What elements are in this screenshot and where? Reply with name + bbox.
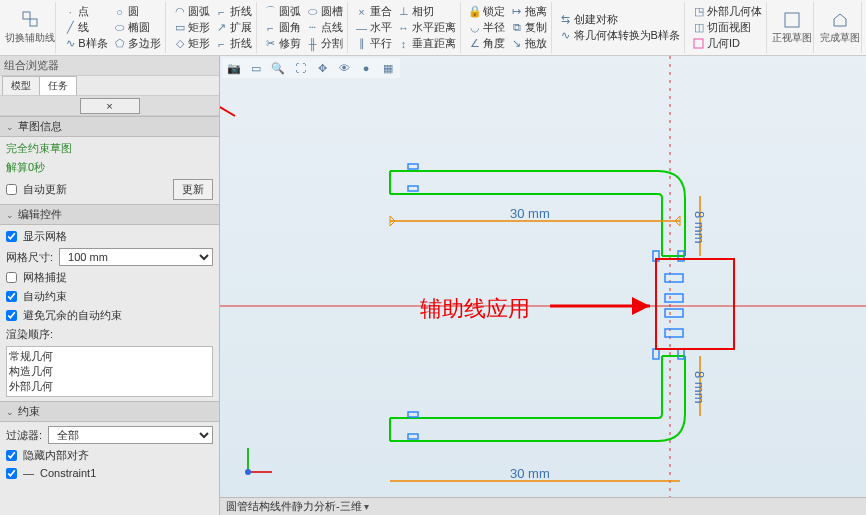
- dashline-tool[interactable]: ┄点线: [307, 20, 343, 35]
- point-icon: ·: [64, 6, 76, 18]
- svg-rect-2: [694, 39, 703, 48]
- close-button[interactable]: ×: [80, 98, 140, 114]
- edit-controls-header[interactable]: ⌄编辑控件: [0, 204, 219, 225]
- tab-task[interactable]: 任务: [39, 76, 77, 95]
- spline-icon: ∿: [64, 38, 76, 50]
- arc3-icon: ⌒: [265, 6, 277, 18]
- dimension-30mm-top[interactable]: 30 mm: [510, 206, 550, 221]
- filter-select[interactable]: 全部: [48, 426, 213, 444]
- angle-tool[interactable]: ∠角度: [469, 36, 505, 51]
- arc-tool[interactable]: ◠圆弧: [174, 4, 210, 19]
- section-icon: ◫: [693, 22, 705, 34]
- fillet-tool[interactable]: ⌐圆角: [265, 20, 301, 35]
- coincident-tool[interactable]: ×重合: [356, 4, 392, 19]
- split-tool[interactable]: ╫分割: [307, 36, 343, 51]
- circle-tool[interactable]: ○圆: [114, 4, 161, 19]
- svg-rect-11: [408, 186, 418, 191]
- normal-view-button[interactable]: 正视草图: [771, 2, 815, 53]
- trim-tool[interactable]: ✂修剪: [265, 36, 301, 51]
- hdist-icon: ↔: [398, 22, 410, 34]
- slot-icon: ⬭: [307, 6, 319, 18]
- vdist-tool[interactable]: ↕垂直距离: [398, 36, 456, 51]
- extend-tool[interactable]: ↗扩展: [216, 20, 252, 35]
- svg-rect-14: [408, 434, 418, 439]
- grid-size-select[interactable]: 100 mm: [59, 248, 213, 266]
- grid-snap-checkbox[interactable]: 网格捕捉: [6, 270, 213, 285]
- list-item[interactable]: 常规几何: [9, 349, 210, 364]
- lock-tool[interactable]: 🔒锁定: [469, 4, 505, 19]
- point-tool[interactable]: ·点: [64, 4, 107, 19]
- polyline2-tool[interactable]: ⌐折线: [216, 36, 252, 51]
- dimension-30mm-bottom[interactable]: 30 mm: [510, 466, 550, 481]
- sketch-canvas[interactable]: 📷 ▭ 🔍 ⛶ ✥ 👁 ● ▦: [220, 56, 866, 515]
- polyline2-icon: ⌐: [216, 38, 228, 50]
- annotation-arrow-1: [220, 56, 245, 126]
- avoid-redundant-checkbox[interactable]: 避免冗余的自动约束: [6, 308, 213, 323]
- highlight-box-canvas: [655, 258, 735, 350]
- polygon-tool[interactable]: ⬠多边形: [114, 36, 161, 51]
- constraint-item[interactable]: —Constraint1: [6, 467, 213, 479]
- polyline-tool[interactable]: ⌐折线: [216, 4, 252, 19]
- render-order-label: 渲染顺序:: [6, 327, 213, 342]
- line-tool[interactable]: ╱线: [64, 20, 107, 35]
- rect2-tool[interactable]: ◇矩形: [174, 36, 210, 51]
- construction-line-button[interactable]: 切换辅助线: [4, 2, 56, 53]
- copy-tool[interactable]: ⧉复制: [511, 20, 547, 35]
- update-button[interactable]: 更新: [173, 179, 213, 200]
- arc3-tool[interactable]: ⌒圆弧: [265, 4, 301, 19]
- render-order-list[interactable]: 常规几何 构造几何 外部几何: [6, 346, 213, 397]
- hide-internal-checkbox[interactable]: 隐藏内部对齐: [6, 448, 213, 463]
- polygon-icon: ⬠: [114, 38, 126, 50]
- section-view-tool[interactable]: ◫切面视图: [693, 20, 762, 35]
- ellipse-tool[interactable]: ⬭椭圆: [114, 20, 161, 35]
- main-area: 组合浏览器 模型 任务 × ⌄草图信息 完全约束草图 解算0秒 自动更新 更新 …: [0, 56, 866, 515]
- external-geom-tool[interactable]: ◳外部几何体: [693, 4, 762, 19]
- dash-icon: ┄: [307, 22, 319, 34]
- hdist-tool[interactable]: ↔水平距离: [398, 20, 456, 35]
- pull-tool[interactable]: ↦拖离: [511, 4, 547, 19]
- tobspline-tool[interactable]: ∿将几何体转换为B样条: [560, 28, 680, 43]
- bspline-tool[interactable]: ∿B样条: [64, 36, 107, 51]
- dimension-8mm-top[interactable]: 8 mm: [692, 211, 707, 244]
- rect-tool[interactable]: ▭矩形: [174, 20, 210, 35]
- constraints-pane: 过滤器: 全部 隐藏内部对齐 —Constraint1: [0, 422, 219, 483]
- finish-sketch-button[interactable]: 完成草图: [818, 2, 862, 53]
- parallel-icon: ∥: [356, 38, 368, 50]
- horiz-tool[interactable]: —水平: [356, 20, 392, 35]
- normal-view-icon: [782, 10, 802, 30]
- pull-icon: ↦: [511, 6, 523, 18]
- modify-group: ⌒圆弧 ⬭圆槽 ⌐圆角 ┄点线 ✂修剪 ╫分割: [261, 2, 348, 53]
- split-icon: ╫: [307, 38, 319, 50]
- lock-icon: 🔒: [469, 6, 481, 18]
- grid-size-label: 网格尺寸:: [6, 250, 53, 265]
- constraints-header[interactable]: ⌄约束: [0, 401, 219, 422]
- angle-icon: ∠: [469, 38, 481, 50]
- geom-id-tool[interactable]: 几何ID: [693, 36, 762, 51]
- list-item[interactable]: 构造几何: [9, 364, 210, 379]
- symmetry-icon: ⇆: [560, 14, 572, 26]
- parallel-tool[interactable]: ∥平行: [356, 36, 392, 51]
- tab-model[interactable]: 模型: [2, 76, 40, 95]
- show-grid-checkbox[interactable]: 显示网格: [6, 229, 213, 244]
- list-item[interactable]: 外部几何: [9, 379, 210, 394]
- svg-point-26: [245, 469, 251, 475]
- dimension-8mm-bottom[interactable]: 8 mm: [692, 371, 707, 404]
- auto-constraint-checkbox[interactable]: 自动约束: [6, 289, 213, 304]
- sketch-info-header[interactable]: ⌄草图信息: [0, 116, 219, 137]
- tangent-tool[interactable]: ⊥相切: [398, 4, 456, 19]
- symmetry-tool[interactable]: ⇆创建对称: [560, 12, 680, 27]
- horiz-icon: —: [356, 22, 368, 34]
- ribbon-toolbar: 切换辅助线 ·点 ○圆 ╱线 ⬭椭圆 ∿B样条 ⬠多边形 ◠圆弧 ⌐折线 ▭矩形…: [0, 0, 866, 56]
- slot-tool[interactable]: ⬭圆槽: [307, 4, 343, 19]
- auto-update-checkbox[interactable]: 自动更新: [6, 182, 67, 197]
- external-icon: ◳: [693, 6, 705, 18]
- left-panel: 组合浏览器 模型 任务 × ⌄草图信息 完全约束草图 解算0秒 自动更新 更新 …: [0, 56, 220, 515]
- constraint-group-2: 🔒锁定 ↦拖离 ◡半径 ⧉复制 ∠角度 ↘拖放: [465, 2, 552, 53]
- constraint-group-1: ×重合 ⊥相切 —水平 ↔水平距离 ∥平行 ↕垂直距离: [352, 2, 461, 53]
- constraint-status: 完全约束草图: [6, 141, 213, 156]
- drag-tool[interactable]: ↘拖放: [511, 36, 547, 51]
- radius-tool[interactable]: ◡半径: [469, 20, 505, 35]
- panel-tabs: 模型 任务: [0, 76, 219, 96]
- ellipse-icon: ⬭: [114, 22, 126, 34]
- rect-icon: ▭: [174, 22, 186, 34]
